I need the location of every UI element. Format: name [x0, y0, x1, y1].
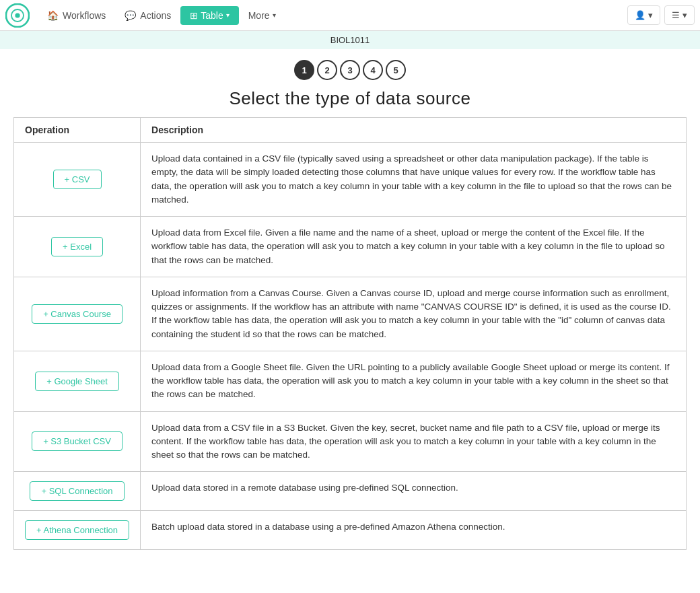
user-button[interactable]: 👤 ▾	[627, 5, 660, 25]
app-logo	[5, 3, 30, 28]
description-cell: Upload data contained in a CSV file (typ…	[141, 143, 687, 217]
breadcrumb: BIOL1011	[0, 31, 700, 49]
table-row: + S3 Bucket CSVUpload data from a CSV fi…	[14, 411, 687, 472]
description-cell: Upload data from a Google Sheet file. Gi…	[141, 351, 687, 411]
actions-label: Actions	[140, 10, 171, 21]
col-description: Description	[141, 118, 687, 143]
operation-cell: + SQL Connection	[14, 472, 141, 511]
more-button[interactable]: More ▾	[239, 6, 285, 25]
settings-button[interactable]: ☰ ▾	[664, 5, 695, 25]
workflows-button[interactable]: 🏠 Workflows	[38, 6, 115, 25]
step-2[interactable]: 2	[317, 60, 337, 80]
table-button[interactable]: ⊞ Table ▾	[180, 6, 238, 25]
table-caret-icon: ▾	[226, 11, 230, 19]
table-row: + SQL ConnectionUpload data stored in a …	[14, 472, 687, 511]
operation-cell: + Canvas Course	[14, 277, 141, 351]
op-btn-4[interactable]: + S3 Bucket CSV	[32, 431, 123, 451]
description-cell: Upload data from Excel file. Given a fil…	[141, 217, 687, 277]
table-row: + Athena ConnectionBatch upload data sto…	[14, 511, 687, 550]
operation-cell: + Google Sheet	[14, 351, 141, 411]
table-row: + ExcelUpload data from Excel file. Give…	[14, 217, 687, 277]
step-circles: 1 2 3 4 5	[0, 60, 700, 80]
operation-cell: + S3 Bucket CSV	[14, 411, 141, 472]
step-5[interactable]: 5	[386, 60, 406, 80]
navbar-right: 👤 ▾ ☰ ▾	[627, 5, 695, 25]
page-title: Select the type of data source	[0, 88, 700, 109]
workflows-label: Workflows	[63, 10, 106, 21]
op-btn-0[interactable]: + CSV	[53, 170, 102, 189]
settings-caret-icon: ▾	[682, 10, 687, 20]
table-row: + Canvas CourseUpload information from a…	[14, 277, 687, 351]
col-operation: Operation	[14, 118, 141, 143]
description-cell: Batch upload data stored in a database u…	[141, 511, 687, 550]
data-source-table: Operation Description + CSVUpload data c…	[13, 117, 687, 550]
user-caret-icon: ▾	[648, 10, 653, 20]
op-btn-5[interactable]: + SQL Connection	[30, 481, 124, 501]
step-3[interactable]: 3	[340, 60, 360, 80]
description-cell: Upload information from a Canvas Course.…	[141, 277, 687, 351]
breadcrumb-course-id: BIOL1011	[330, 35, 370, 45]
description-cell: Upload data stored in a remote database …	[141, 472, 687, 511]
actions-icon: 💬	[125, 10, 136, 21]
op-btn-1[interactable]: + Excel	[51, 237, 103, 256]
workflows-icon: 🏠	[47, 10, 59, 21]
more-caret-icon: ▾	[273, 11, 276, 19]
table-label: Table	[201, 10, 223, 21]
navbar: 🏠 Workflows 💬 Actions ⊞ Table ▾ More ▾ 👤…	[0, 0, 700, 31]
description-cell: Upload data from a CSV file in a S3 Buck…	[141, 411, 687, 472]
user-icon: 👤	[635, 10, 645, 20]
settings-icon: ☰	[672, 10, 680, 20]
operation-cell: + CSV	[14, 143, 141, 217]
op-btn-3[interactable]: + Google Sheet	[35, 372, 119, 391]
table-icon: ⊞	[190, 10, 198, 21]
step-1[interactable]: 1	[294, 60, 314, 80]
table-row: + Google SheetUpload data from a Google …	[14, 351, 687, 411]
operation-cell: + Athena Connection	[14, 511, 141, 550]
actions-button[interactable]: 💬 Actions	[115, 6, 180, 25]
op-btn-6[interactable]: + Athena Connection	[25, 520, 129, 540]
table-row: + CSVUpload data contained in a CSV file…	[14, 143, 687, 217]
op-btn-2[interactable]: + Canvas Course	[32, 304, 123, 324]
svg-point-2	[15, 13, 20, 18]
more-label: More	[248, 10, 270, 21]
operation-cell: + Excel	[14, 217, 141, 277]
step-4[interactable]: 4	[363, 60, 383, 80]
step-header: 1 2 3 4 5 Select the type of data source	[0, 49, 700, 117]
